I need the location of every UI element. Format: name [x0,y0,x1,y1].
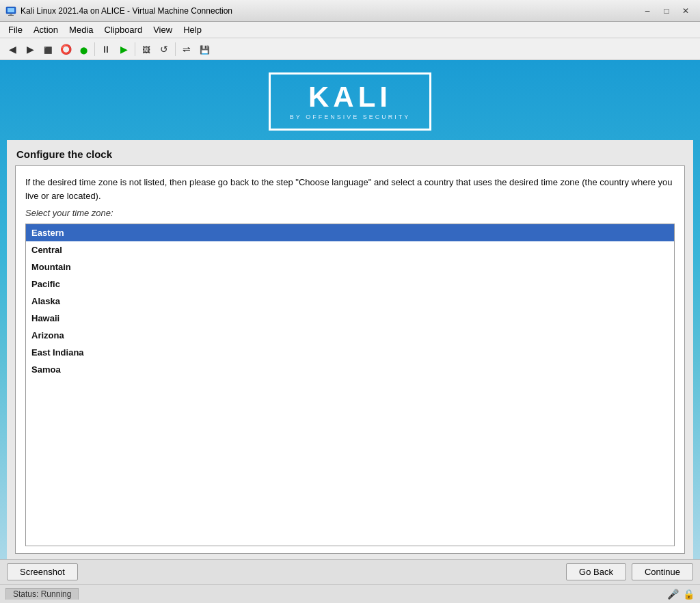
toolbar-play-button[interactable] [116,41,132,57]
refresh-icon [160,44,168,55]
timezone-item[interactable]: Alaska [26,293,674,310]
timezone-item[interactable]: East Indiana [26,344,674,361]
toolbar-separator-2 [135,42,135,56]
toolbar-separator-1 [94,42,95,56]
select-timezone-label: Select your time zone: [25,208,675,218]
menu-help[interactable]: Help [178,23,207,36]
close-button[interactable]: ✕ [677,4,695,18]
img-icon [142,44,150,55]
window-title: Kali Linux 2021.4a on ALICE - Virtual Ma… [21,6,638,16]
power-red-icon [60,44,72,55]
power-green-icon [80,44,88,55]
status-right: 🎤 🔒 [667,589,695,600]
status-tab: Status: Running [5,588,79,600]
menu-media[interactable]: Media [64,23,98,36]
timezone-item[interactable]: Central [26,241,674,258]
timezone-item[interactable]: Samoa [26,361,674,378]
svg-rect-3 [8,15,14,16]
toolbar-pause-button[interactable] [98,41,114,57]
vm-content-area: KALI BY OFFENSIVE SECURITY Configure the… [0,60,700,559]
stop-icon [44,44,52,55]
continue-button[interactable]: Continue [632,563,693,580]
bottom-right-buttons: Go Back Continue [566,563,693,580]
panel-content: If the desired time zone is not listed, … [15,165,685,554]
toolbar-stop-button[interactable] [40,41,56,57]
timezone-item[interactable]: Pacific [26,276,674,293]
screenshot-button[interactable]: Screenshot [7,563,78,580]
status-left: Status: Running [5,588,79,600]
toolbar-power-green-button[interactable] [75,41,92,57]
kali-logo-text: KALI [308,83,392,111]
toolbar-refresh-button[interactable] [156,41,172,57]
toolbar-power-red-button[interactable] [57,41,74,57]
installer-panel: Configure the clock If the desired time … [7,140,693,559]
toolbar-floppy-button[interactable] [196,41,213,57]
microphone-icon: 🎤 [667,589,679,600]
panel-title: Configure the clock [7,140,693,165]
toolbar-img-button[interactable] [138,41,154,57]
pause-icon [101,44,111,55]
statusbar: Status: Running 🎤 🔒 [0,584,700,603]
titlebar: Kali Linux 2021.4a on ALICE - Virtual Ma… [0,0,700,22]
toolbar-usb-button[interactable] [178,41,195,57]
menu-action[interactable]: Action [28,23,64,36]
timezone-item[interactable]: Mountain [26,258,674,276]
menu-clipboard[interactable]: Clipboard [99,23,148,36]
menubar: File Action Media Clipboard View Help [0,22,700,38]
timezone-list[interactable]: EasternCentralMountainPacificAlaskaHawai… [25,224,675,546]
restore-button[interactable]: □ [658,4,675,18]
bottom-action-bar: Screenshot Go Back Continue [0,559,700,584]
kali-header: KALI BY OFFENSIVE SECURITY [0,60,700,140]
menu-view[interactable]: View [148,23,178,36]
svg-rect-1 [8,8,14,12]
menu-file[interactable]: File [3,23,28,36]
toolbar-separator-3 [175,42,176,56]
minimize-button[interactable]: – [638,4,656,18]
vm-icon [5,5,16,16]
toolbar-forward-button[interactable] [22,41,38,57]
timezone-item[interactable]: Arizona [26,327,674,344]
window-controls: – □ ✕ [638,4,695,18]
play-icon [120,44,128,55]
kali-logo-subtitle: BY OFFENSIVE SECURITY [290,113,410,120]
lock-icon: 🔒 [683,589,695,600]
description-text: If the desired time zone is not listed, … [25,176,675,202]
usb-icon [183,44,191,55]
forward-icon [27,44,34,55]
timezone-item[interactable]: Eastern [26,224,674,241]
timezone-item[interactable]: Hawaii [26,310,674,327]
toolbar-back-button[interactable] [4,41,21,57]
svg-rect-2 [10,14,12,15]
back-icon [9,44,16,55]
floppy-icon [200,44,210,55]
toolbar [0,38,700,60]
go-back-button[interactable]: Go Back [566,563,626,580]
kali-logo-box: KALI BY OFFENSIVE SECURITY [269,72,431,131]
